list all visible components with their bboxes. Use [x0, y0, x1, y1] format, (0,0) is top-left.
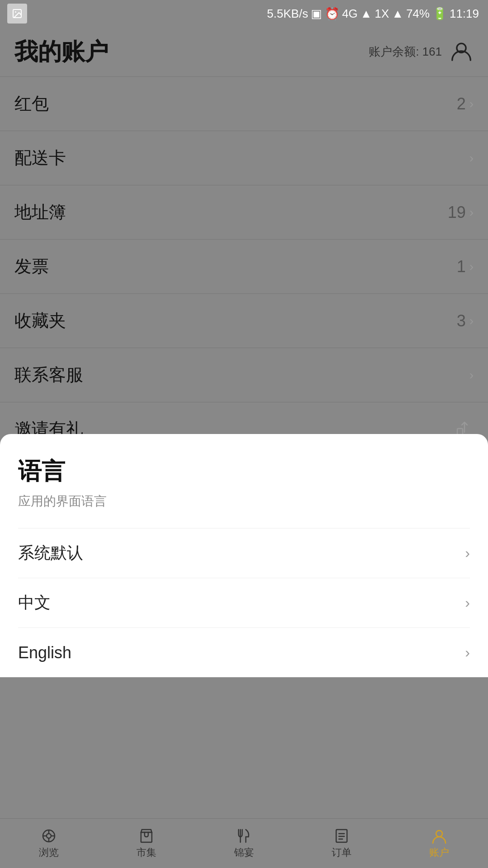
chevron-right-icon: › [465, 545, 470, 561]
network-speed: 5.5KB/s [267, 7, 308, 21]
chevron-right-icon: › [469, 259, 474, 274]
modal-title: 语言 [18, 456, 470, 487]
language-option-system-default[interactable]: 系统默认 › [18, 528, 470, 578]
svg-point-15 [436, 830, 442, 837]
modal-subtitle: 应用的界面语言 [18, 493, 470, 510]
chevron-right-icon: › [469, 314, 474, 328]
account-icon [431, 828, 447, 844]
chevron-right-icon: › [469, 97, 474, 111]
language-option-label: 中文 [18, 592, 51, 614]
status-right: 5.5KB/s ▣ ⏰ 4G ▲ 1X ▲ 74% 🔋 11:19 [267, 7, 479, 21]
nav-label-market: 市集 [136, 846, 156, 859]
menu-item-label: 发票 [14, 255, 49, 278]
status-bar: 5.5KB/s ▣ ⏰ 4G ▲ 1X ▲ 74% 🔋 11:19 [0, 0, 488, 27]
nav-item-browse[interactable]: 浏览 [0, 828, 98, 859]
chevron-right-icon: › [469, 151, 474, 165]
page-title: 我的账户 [14, 36, 108, 68]
language-option-english[interactable]: English › [18, 627, 470, 677]
market-icon [138, 828, 155, 844]
menu-item-customer-service[interactable]: 联系客服 › [0, 348, 488, 402]
menu-item-address-book[interactable]: 地址簿 19 › [0, 185, 488, 240]
browse-icon [41, 828, 57, 844]
menu-item-favorites[interactable]: 收藏夹 3 › [0, 294, 488, 348]
menu-item-right: 2 › [457, 94, 474, 113]
language-modal: 语言 应用的界面语言 系统默认 › 中文 › English › [0, 434, 488, 677]
chevron-right-icon: › [469, 368, 474, 382]
menu-item-right: › [469, 368, 474, 382]
menu-item-label: 地址簿 [14, 201, 66, 224]
data-icon: 4G [342, 7, 358, 21]
svg-point-1 [15, 11, 16, 13]
nav-label-orders: 订单 [332, 846, 352, 859]
menu-item-right: › [469, 151, 474, 165]
time: 11:19 [450, 7, 479, 21]
page-header: 我的账户 账户余额: 161 [0, 27, 488, 77]
menu-item-badge: 1 [457, 257, 466, 276]
chevron-right-icon: › [465, 594, 470, 611]
nav-label-dining: 锦宴 [234, 846, 254, 859]
data-1x-icon: 1X [375, 7, 389, 21]
status-left [7, 4, 27, 24]
signal-icon-1: ▲ [361, 7, 372, 21]
nav-label-browse: 浏览 [39, 846, 59, 859]
vibrate-icon: ▣ [311, 7, 322, 21]
menu-item-label: 红包 [14, 92, 49, 115]
language-option-label: English [18, 643, 71, 662]
dining-icon [236, 828, 252, 844]
account-balance: 账户余额: 161 [369, 44, 442, 60]
battery-icon: 🔋 [432, 7, 447, 21]
signal-icon-2: ▲ [392, 7, 404, 21]
nav-item-market[interactable]: 市集 [98, 828, 195, 859]
menu-item-hongbao[interactable]: 红包 2 › [0, 77, 488, 131]
menu-item-label: 联系客服 [14, 363, 83, 387]
battery-percent: 74% [406, 7, 430, 21]
chevron-right-icon: › [469, 205, 474, 220]
nav-label-account: 账户 [429, 846, 449, 859]
menu-item-badge: 2 [457, 94, 466, 113]
bottom-navigation: 浏览 市集 锦宴 订单 账户 [0, 818, 488, 868]
svg-point-5 [47, 834, 51, 838]
menu-item-label: 收藏夹 [14, 309, 66, 332]
image-icon [7, 4, 27, 24]
menu-item-badge: 19 [448, 203, 466, 222]
menu-item-badge: 3 [457, 311, 466, 330]
menu-item-right: 1 › [457, 257, 474, 276]
avatar-icon[interactable] [449, 39, 474, 65]
orders-icon [333, 828, 350, 844]
menu-item-invoice[interactable]: 发票 1 › [0, 240, 488, 294]
alarm-icon: ⏰ [325, 7, 339, 21]
header-right: 账户余额: 161 [369, 39, 474, 65]
chevron-right-icon: › [465, 644, 470, 661]
menu-item-delivery-card[interactable]: 配送卡 › [0, 131, 488, 185]
language-option-chinese[interactable]: 中文 › [18, 578, 470, 627]
language-option-label: 系统默认 [18, 542, 83, 564]
nav-item-dining[interactable]: 锦宴 [195, 828, 293, 859]
menu-item-label: 配送卡 [14, 146, 66, 170]
nav-item-account[interactable]: 账户 [390, 828, 488, 859]
menu-item-right: 3 › [457, 311, 474, 330]
nav-item-orders[interactable]: 订单 [293, 828, 390, 859]
menu-item-right: 19 › [448, 203, 474, 222]
